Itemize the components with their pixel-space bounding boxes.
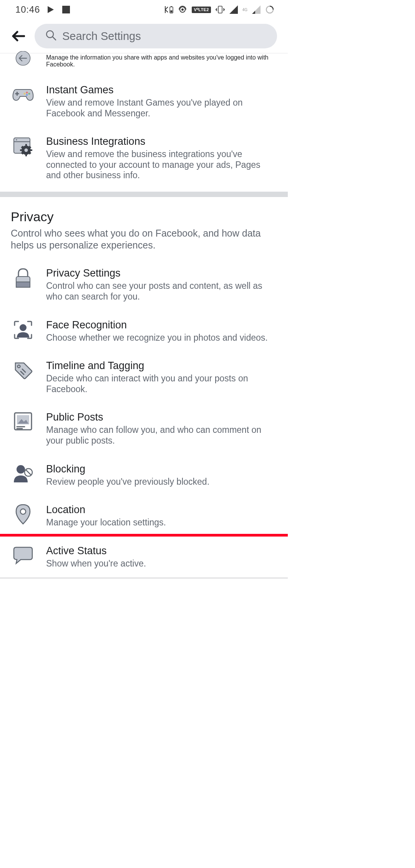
chat-bubble-icon: [12, 545, 34, 567]
svg-rect-1: [62, 6, 70, 13]
svg-rect-29: [30, 149, 32, 151]
svg-rect-4: [171, 6, 172, 7]
section-header-privacy: Privacy Control who sees what you do on …: [0, 197, 288, 255]
signal-icon-2: [252, 5, 261, 14]
svg-rect-27: [25, 154, 27, 156]
list-item-business-integrations[interactable]: Business Integrations View and remove th…: [0, 127, 288, 192]
item-title: Public Posts: [46, 411, 277, 423]
section-title: Privacy: [11, 209, 277, 224]
svg-marker-10: [252, 11, 255, 14]
face-recognition-icon: [12, 319, 34, 342]
list-item-location[interactable]: Location Manage your location settings.: [0, 495, 288, 537]
search-placeholder: Search Settings: [62, 30, 141, 43]
item-desc: View and remove the business integration…: [46, 149, 277, 181]
list-item-instant-games[interactable]: Instant Games View and remove Instant Ga…: [0, 76, 288, 127]
svg-point-36: [20, 324, 27, 331]
svg-point-5: [181, 8, 184, 11]
item-title: Face Recognition: [46, 319, 277, 331]
back-button[interactable]: [11, 28, 26, 44]
browser-gear-icon: [12, 136, 35, 160]
item-desc: Manage who can follow you, and who can c…: [46, 425, 277, 446]
loading-icon: [265, 5, 274, 14]
svg-point-19: [26, 94, 28, 96]
search-icon: [45, 30, 57, 43]
section-divider: [0, 192, 288, 197]
vibrate-icon: [216, 5, 225, 14]
status-time: 10:46: [15, 4, 40, 15]
status-bar: 10:46 V⁰LTE2: [0, 0, 288, 19]
item-desc: Show when you're active.: [46, 558, 277, 569]
lock-icon: [14, 267, 32, 290]
item-desc: Decide who can interact with you and you…: [46, 373, 277, 394]
back-arrow-circle-icon: [12, 51, 34, 68]
svg-point-18: [28, 93, 30, 95]
item-title: Active Status: [46, 545, 277, 557]
svg-rect-35: [16, 282, 30, 287]
list-item-blocking[interactable]: Blocking Review people you've previously…: [0, 455, 288, 496]
svg-point-23: [16, 139, 17, 141]
hotspot-icon: [178, 5, 187, 14]
item-title: Location: [46, 504, 277, 516]
item-desc: Review people you've previously blocked.: [46, 477, 277, 487]
play-icon: [47, 6, 55, 13]
game-controller-icon: [12, 84, 35, 106]
svg-point-45: [17, 465, 25, 474]
tag-icon: [12, 360, 34, 383]
list-item-public-posts[interactable]: Public Posts Manage who can follow you, …: [0, 403, 288, 454]
volte-badge: V⁰LTE2: [192, 7, 211, 13]
svg-point-17: [26, 92, 28, 94]
svg-marker-8: [229, 5, 238, 14]
item-title: Privacy Settings: [46, 267, 277, 279]
svg-rect-26: [25, 144, 27, 146]
item-title: Instant Games: [46, 84, 277, 96]
search-input[interactable]: Search Settings: [35, 24, 277, 48]
list-item-privacy-settings[interactable]: Privacy Settings Control who can see you…: [0, 259, 288, 310]
svg-rect-7: [218, 6, 222, 13]
item-title: Blocking: [46, 463, 277, 475]
list-item-apps-websites[interactable]: Manage the information you share with ap…: [0, 53, 288, 76]
bluetooth-battery-icon: [163, 5, 173, 14]
section-desc: Control who sees what you do on Facebook…: [11, 227, 277, 252]
list-item-timeline-tagging[interactable]: Timeline and Tagging Decide who can inte…: [0, 351, 288, 403]
svg-rect-16: [15, 93, 19, 94]
list-item-face-recognition[interactable]: Face Recognition Choose whether we recog…: [0, 311, 288, 352]
item-desc: Manage the information you share with ap…: [46, 54, 277, 68]
item-desc: Control who can see your posts and conte…: [46, 281, 277, 302]
svg-line-13: [53, 37, 56, 40]
item-desc: Manage your location settings.: [46, 517, 277, 528]
svg-rect-3: [171, 10, 173, 13]
item-title: Timeline and Tagging: [46, 360, 277, 372]
image-post-icon: [13, 411, 33, 433]
svg-rect-28: [20, 149, 22, 151]
item-desc: View and remove Instant Games you've pla…: [46, 98, 277, 119]
svg-point-20: [24, 93, 26, 95]
location-pin-icon: [15, 504, 32, 527]
svg-point-25: [25, 149, 28, 152]
svg-marker-9: [252, 5, 261, 14]
person-block-icon: [12, 463, 34, 486]
signal-icon-1: [229, 5, 238, 14]
list-item-active-status[interactable]: Active Status Show when you're active.: [0, 537, 288, 578]
item-title: Business Integrations: [46, 136, 277, 147]
svg-point-48: [20, 509, 26, 514]
network-4g-label: 4G: [242, 8, 247, 12]
stop-icon: [61, 5, 71, 14]
item-desc: Choose whether we recognize you in photo…: [46, 333, 277, 343]
svg-marker-0: [48, 6, 54, 13]
thin-divider: [0, 577, 288, 579]
header-bar: Search Settings: [0, 19, 288, 53]
